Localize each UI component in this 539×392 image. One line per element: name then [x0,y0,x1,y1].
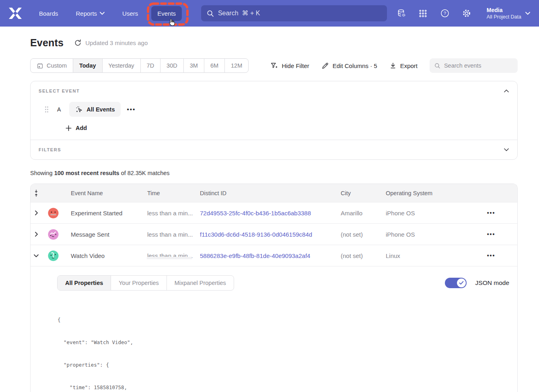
filters-section: FILTERS [31,140,517,159]
row-more-button[interactable]: ••• [487,231,496,237]
row-collapse-button[interactable] [31,254,42,258]
range-7d[interactable]: 7D [140,59,160,72]
event-selector-button[interactable]: All Events [69,102,121,117]
data-management-icon[interactable] [397,8,406,18]
json-line: "time": 1585810758, [58,384,509,392]
sort-toggle[interactable] [31,189,42,197]
hide-filter-label: Hide Filter [282,62,309,69]
check-icon [459,281,464,285]
json-line: "properties": { [58,361,509,369]
avatar-face-teal-icon [48,250,59,261]
refresh-icon[interactable] [74,39,82,47]
avatar-face-pink-icon [48,229,59,240]
mixpanel-logo[interactable] [8,7,23,19]
results-prefix: Showing [30,170,54,176]
table-row[interactable]: Message Sent less than a min... f11c30d6… [31,223,517,245]
event-time: less than a min... [143,210,196,217]
event-selector-label: All Events [86,106,115,113]
tab-mixpanel-properties[interactable]: Mixpanel Properties [167,276,234,290]
results-count: 100 most recent results [54,170,119,176]
nav-events-wrap: Events [151,6,182,21]
help-icon[interactable]: ? [440,8,450,18]
filters-header[interactable]: FILTERS [39,147,509,153]
range-custom-label: Custom [47,62,67,69]
date-range-control: Custom Today Yesterday 7D 30D 3M 6M 12M [30,58,249,73]
event-os: iPhone OS [382,210,465,217]
table-row-expanded[interactable]: Watch Video less than a min... 5886283e-… [31,245,517,266]
select-event-label: SELECT EVENT [39,89,80,93]
select-event-section: SELECT EVENT A All [31,81,517,140]
col-event-name[interactable]: Event Name [67,190,143,196]
nav-users[interactable]: Users [116,6,144,21]
search-icon [434,62,440,69]
event-avatar [42,250,67,261]
chevron-up-icon[interactable] [504,88,509,94]
title-bar: Events Updated 3 minutes ago [30,37,518,49]
row-more-button[interactable]: ••• [487,210,496,216]
col-city[interactable]: City [337,190,382,196]
event-name: Experiment Started [67,210,143,217]
search-icon [207,10,214,17]
distinct-id-link[interactable]: 72d49553-25fc-4f0c-b436-1b5ac6ab3388 [196,210,337,217]
apps-grid-icon[interactable] [418,8,428,18]
global-search-input[interactable] [218,10,381,17]
project-scope: All Project Data [487,14,521,20]
table-row[interactable]: Experiment Started less than a min... 72… [31,202,517,223]
range-30d[interactable]: 30D [160,59,183,72]
funnel-icon [270,62,278,70]
chevron-down-icon [33,254,39,258]
search-events-box[interactable] [430,58,518,73]
select-event-header[interactable]: SELECT EVENT [39,88,509,94]
col-time[interactable]: Time [143,190,196,196]
distinct-id-link[interactable]: f11c30d6-dc6d-4518-9136-0d046159c84d [196,231,337,238]
settings-gear-icon[interactable] [462,8,471,18]
row-expand-button[interactable] [31,210,42,216]
json-line: { [58,316,509,324]
hide-filter-button[interactable]: Hide Filter [270,62,309,70]
col-distinct-id[interactable]: Distinct ID [196,190,337,196]
chevron-right-icon [35,210,38,216]
json-code-view: { "event": "Watch Video", "properties": … [58,301,509,392]
add-event-button[interactable]: Add [66,125,509,131]
json-mode-toggle[interactable] [445,278,467,288]
row-expand-button[interactable] [31,231,42,237]
export-button[interactable]: Export [389,62,418,69]
properties-tabs: All Properties Your Properties Mixpanel … [57,275,234,291]
page-title: Events [30,37,64,49]
range-3m[interactable]: 3M [183,59,204,72]
avatar-face-coral-icon [48,208,59,219]
range-6m[interactable]: 6M [204,59,224,72]
chevron-down-icon[interactable] [504,147,509,153]
global-search[interactable] [201,5,387,21]
nav-boards[interactable]: Boards [33,6,64,21]
range-yesterday[interactable]: Yesterday [102,59,140,72]
download-icon [389,62,397,69]
edit-columns-button[interactable]: Edit Columns · 5 [321,62,377,70]
project-selector[interactable]: Media All Project Data [487,6,530,20]
range-custom[interactable]: Custom [31,59,73,72]
distinct-id-link[interactable]: 5886283e-e9fb-48fb-81de-40e9093a2af4 [196,252,337,259]
event-name: Message Sent [67,231,143,238]
tab-your-properties[interactable]: Your Properties [111,276,166,290]
event-name: Watch Video [67,252,143,259]
nav-right-cluster: ? Media All Project Data [397,6,530,20]
row-more-button[interactable]: ••• [487,252,496,259]
results-summary: Showing 100 most recent results of 82.35… [30,170,518,176]
range-today[interactable]: Today [73,59,102,72]
chevron-right-icon [35,231,38,237]
table-tools: Hide Filter Edit Columns · 5 Export [270,58,518,73]
event-time: less than a min... [143,252,196,259]
sort-arrows-icon [33,189,39,197]
controls-row: Custom Today Yesterday 7D 30D 3M 6M 12M … [30,58,518,73]
nav-events[interactable]: Events [151,6,182,21]
nav-reports[interactable]: Reports [70,6,111,21]
col-os[interactable]: Operating System [382,190,465,196]
results-suffix: of 82.35K matches [119,170,170,176]
range-12m[interactable]: 12M [224,59,248,72]
search-events-input[interactable] [444,62,513,69]
drag-handle-icon[interactable] [44,106,49,113]
chevron-down-icon [100,12,105,15]
event-more-button[interactable]: ••• [127,106,136,113]
project-name: Media [487,6,521,14]
tab-all-properties[interactable]: All Properties [58,276,111,290]
